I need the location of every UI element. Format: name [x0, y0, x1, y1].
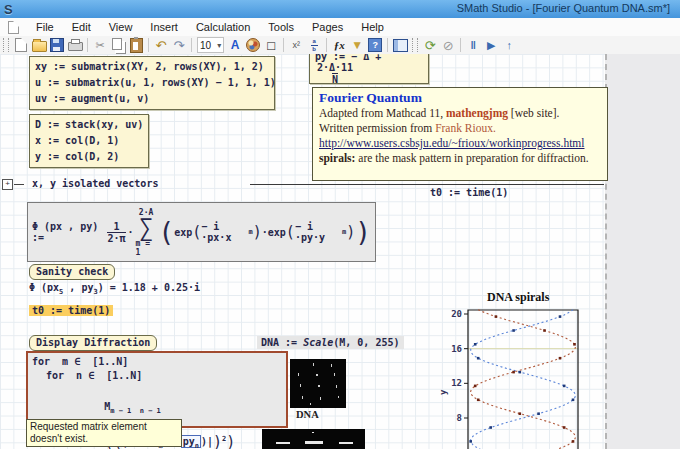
open-folder-icon [32, 41, 47, 52]
menu-pages[interactable]: Pages [303, 19, 352, 35]
selected-operand[interactable]: pyn [181, 435, 201, 448]
math-region-t0-highlighted[interactable]: t0 := time(1) [29, 305, 113, 316]
dna-spirals-chart[interactable]: 8121620y [440, 300, 610, 449]
note-title: Fourier Quantum [319, 90, 601, 106]
chevron-down-icon: ▾ [217, 41, 221, 50]
print-button[interactable] [66, 37, 84, 53]
side-panel-icon [393, 39, 408, 52]
menu-calculation[interactable]: Calculation [187, 19, 259, 35]
help-panel-button[interactable]: ? [366, 37, 384, 53]
new-document-button[interactable] [12, 37, 30, 53]
summation-symbol: 2·A ∑ m = 1 [136, 208, 157, 257]
math-region-t0-top[interactable]: t0 := time(1) [430, 187, 508, 198]
math-region-py[interactable]: py := − Δ + 2·Δ·11N [309, 54, 429, 84]
title-bar[interactable]: S SMath Studio - [Fourier Quantum DNA.sm… [0, 0, 680, 18]
math-line: D := stack(xy, uv) [35, 117, 143, 133]
open-button[interactable] [30, 37, 48, 53]
toolbar-separator [387, 38, 388, 52]
math-line: y := col(D, 2) [35, 149, 143, 165]
worksheet-canvas[interactable]: py := − Δ + 2·Δ·11N xy := submatrix(XY, … [0, 54, 680, 449]
superscript-button[interactable]: x² [287, 37, 305, 53]
menu-help[interactable]: Help [352, 19, 393, 35]
border-button[interactable]: □ [262, 37, 280, 53]
printer-icon [68, 42, 83, 51]
menu-file[interactable]: File [27, 19, 63, 35]
redo-button[interactable]: ↷ [170, 37, 188, 53]
math-line: xy := submatrix(XY, 2, rows(XY), 1, 2) [35, 59, 269, 75]
paste-button[interactable] [127, 37, 145, 53]
note-line: Adapted from Mathcad 11, mathengjmg [web… [319, 106, 601, 121]
text-note-fourier-quantum[interactable]: Fourier Quantum Adapted from Mathcad 11,… [312, 87, 608, 181]
recalculate-button[interactable]: ⟳ [421, 37, 439, 53]
background-color-button[interactable] [244, 37, 262, 53]
new-document-icon [15, 38, 27, 52]
menu-edit[interactable]: Edit [63, 19, 100, 35]
undo-button[interactable]: ↶ [152, 37, 170, 53]
fraction-icon: ab [311, 39, 318, 52]
dna-diffraction-image[interactable] [290, 359, 346, 408]
sanity-check-badge[interactable]: Sanity check [29, 264, 115, 280]
math-region-stack[interactable]: D := stack(xy, uv) x := col(D, 1) y := c… [29, 114, 149, 168]
display-diffraction-badge[interactable]: Display Diffraction [29, 335, 157, 351]
section-divider: + x, y isolated vectors [2, 178, 662, 192]
toolbar-separator [326, 38, 327, 52]
toolbar-separator [148, 38, 149, 52]
copy-icon [112, 38, 122, 50]
toolbar-grip[interactable] [412, 38, 418, 52]
note-line: Written permission from Frank Rioux. [319, 121, 601, 136]
svg-text:16: 16 [451, 344, 462, 354]
math-region-submatrix[interactable]: xy := submatrix(XY, 2, rows(XY), 1, 2) u… [29, 56, 275, 110]
menu-tools[interactable]: Tools [259, 19, 303, 35]
math-region-phi-definition[interactable]: Φ (px , py) := 12·π · 2·A ∑ m = 1 (exp(−… [27, 202, 376, 262]
smath-studio-window: S SMath Studio - [Fourier Quantum DNA.sm… [0, 0, 680, 449]
math-region-phi-eval[interactable]: Φ (px5 , py3) = 1.18 + 0.25·i [29, 282, 200, 296]
menu-insert[interactable]: Insert [141, 19, 187, 35]
math-line: u := submatrix(u, 1, rows(XY) − 1, 1, 1) [35, 75, 269, 91]
frioux-link[interactable]: http://www.users.csbsju.edu/~frioux/work… [319, 137, 584, 149]
document-icon [8, 21, 19, 34]
function-button[interactable]: ƒx [330, 37, 348, 53]
font-size-value: 10 [200, 40, 211, 51]
dna-image-caption: DNA [296, 409, 319, 420]
menu-view[interactable]: View [100, 19, 142, 35]
math-line: uv := augment(u, v) [35, 91, 269, 107]
toolbar-separator [460, 38, 461, 52]
svg-text:12: 12 [451, 378, 462, 388]
section-dash [14, 184, 24, 185]
toolbar-separator [87, 38, 88, 52]
strip-dashes [262, 429, 365, 449]
toolbar-separator [191, 38, 192, 52]
stop-button[interactable]: ⊘ [439, 37, 457, 53]
diffraction-dots [290, 359, 346, 408]
svg-text:20: 20 [451, 309, 462, 319]
dna-strip-image[interactable] [262, 429, 365, 449]
toolbar-grip[interactable] [3, 38, 9, 52]
fraction-button[interactable]: ab [305, 37, 323, 53]
window-title: SMath Studio - [Fourier Quantum DNA.sm*] [457, 2, 670, 14]
copy-button[interactable] [109, 37, 127, 53]
app-logo-icon: S [4, 2, 13, 17]
paste-icon [130, 38, 143, 53]
font-size-select[interactable]: 10 ▾ [197, 37, 224, 53]
toolbar-separator [283, 38, 284, 52]
save-icon [50, 38, 64, 52]
font-color-button[interactable]: A [226, 37, 244, 53]
section-collapse-toggle[interactable]: + [2, 179, 13, 190]
math-region-for-loop[interactable]: for m ∈ [1..N] for n ∈ [1..N] Mm − 1 n −… [26, 351, 288, 428]
for-loop-line: for m ∈ [1..N] [32, 355, 282, 369]
interrupt-button[interactable]: ↑ [500, 37, 518, 53]
svg-text:8: 8 [457, 413, 462, 423]
palette-icon [246, 38, 260, 52]
note-line: spirals: are the mask pattern in prepara… [319, 151, 601, 166]
pause-button[interactable]: ‖ [464, 37, 482, 53]
filter-button[interactable]: ▼ [348, 37, 366, 53]
math-line: x := col(D, 1) [35, 133, 143, 149]
play-button[interactable]: ▶ [482, 37, 500, 53]
cut-button[interactable]: ✂ [91, 37, 109, 53]
error-tooltip: Requested matrix element doesn't exist. [26, 419, 182, 447]
math-region-dna-scale[interactable]: DNA := Scale(M, 0, 255) [257, 337, 404, 348]
save-button[interactable] [48, 37, 66, 53]
toolbar: ✂ ↶ ↷ 10 ▾ A □ x² ab ƒx ▼ ? ⟳ ⊘ ‖ ▶ ↑ [0, 36, 680, 55]
side-panel-button[interactable] [391, 37, 409, 53]
menu-bar: File Edit View Insert Calculation Tools … [0, 18, 680, 37]
